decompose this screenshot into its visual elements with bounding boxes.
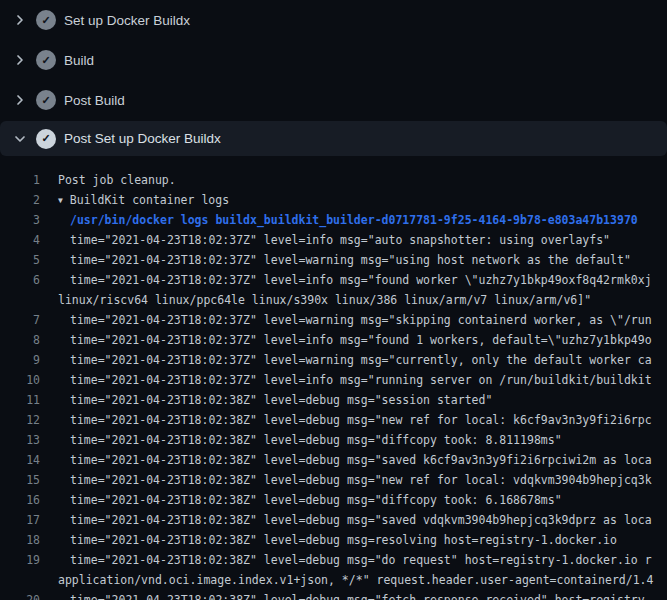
log-row: 6time="2021-04-23T18:02:37Z" level=info … xyxy=(0,270,667,290)
log-row: 4time="2021-04-23T18:02:37Z" level=info … xyxy=(0,230,667,250)
log-command-text: /usr/bin/docker logs buildx_buildkit_bui… xyxy=(70,210,638,230)
log-text: time="2021-04-23T18:02:37Z" level=info m… xyxy=(70,330,652,350)
log-text: time="2021-04-23T18:02:38Z" level=debug … xyxy=(70,490,562,510)
log-row: 5time="2021-04-23T18:02:37Z" level=warni… xyxy=(0,250,667,270)
log-text: time="2021-04-23T18:02:38Z" level=debug … xyxy=(70,430,562,450)
step-label: Build xyxy=(64,53,94,68)
success-check-icon: ✓ xyxy=(36,10,56,30)
line-number[interactable]: 10 xyxy=(0,370,40,390)
log-text: time="2021-04-23T18:02:37Z" level=warnin… xyxy=(70,310,652,330)
step-row-build[interactable]: ✓ Build xyxy=(0,40,667,80)
log-text: linux/riscv64 linux/ppc64le linux/s390x … xyxy=(58,290,591,310)
chevron-down-icon xyxy=(12,131,28,147)
line-number[interactable]: 3 xyxy=(0,210,40,230)
chevron-right-icon xyxy=(12,92,28,108)
line-number[interactable]: 11 xyxy=(0,390,40,410)
step-row-post-setup-docker-buildx[interactable]: ✓ Post Set up Docker Buildx xyxy=(0,121,667,156)
line-number[interactable]: 20 xyxy=(0,590,40,600)
log-row: linux/riscv64 linux/ppc64le linux/s390x … xyxy=(0,290,667,310)
line-number[interactable]: 4 xyxy=(0,230,40,250)
log-text: time="2021-04-23T18:02:38Z" level=debug … xyxy=(70,470,652,490)
log-text: time="2021-04-23T18:02:37Z" level=info m… xyxy=(70,370,652,390)
success-check-icon: ✓ xyxy=(36,129,56,149)
step-row-post-build[interactable]: ✓ Post Build xyxy=(0,80,667,120)
log-row: 13time="2021-04-23T18:02:38Z" level=debu… xyxy=(0,430,667,450)
line-number[interactable]: 5 xyxy=(0,250,40,270)
line-number[interactable]: 12 xyxy=(0,410,40,430)
log-text: time="2021-04-23T18:02:38Z" level=debug … xyxy=(70,530,617,550)
log-row: 8time="2021-04-23T18:02:37Z" level=info … xyxy=(0,330,667,350)
log-text: application/vnd.oci.image.index.v1+json,… xyxy=(58,570,653,590)
line-number[interactable]: 18 xyxy=(0,530,40,550)
success-check-icon: ✓ xyxy=(36,90,56,110)
line-number[interactable]: 16 xyxy=(0,490,40,510)
log-row: 7time="2021-04-23T18:02:37Z" level=warni… xyxy=(0,310,667,330)
line-number[interactable]: 2 xyxy=(0,190,40,210)
log-text: time="2021-04-23T18:02:38Z" level=debug … xyxy=(70,390,492,410)
chevron-right-icon xyxy=(12,52,28,68)
success-check-icon: ✓ xyxy=(36,50,56,70)
disclosure-triangle-icon[interactable]: ▼ xyxy=(58,191,63,210)
line-number[interactable]: 1 xyxy=(0,170,40,190)
log-row: 19time="2021-04-23T18:02:38Z" level=debu… xyxy=(0,550,667,570)
log-row: 14time="2021-04-23T18:02:38Z" level=debu… xyxy=(0,450,667,470)
log-row: 17time="2021-04-23T18:02:38Z" level=debu… xyxy=(0,510,667,530)
log-row: 11time="2021-04-23T18:02:38Z" level=debu… xyxy=(0,390,667,410)
log-row: 18time="2021-04-23T18:02:38Z" level=debu… xyxy=(0,530,667,550)
log-row: 2▼BuildKit container logs xyxy=(0,190,667,210)
line-number[interactable]: 6 xyxy=(0,270,40,290)
line-number[interactable]: 17 xyxy=(0,510,40,530)
step-label: Set up Docker Buildx xyxy=(64,13,190,28)
step-label: Post Build xyxy=(64,93,125,108)
line-number[interactable]: 7 xyxy=(0,310,40,330)
log-row: 9time="2021-04-23T18:02:37Z" level=warni… xyxy=(0,350,667,370)
log-row: 20time="2021-04-23T18:02:38Z" level=debu… xyxy=(0,590,667,600)
log-row: 12time="2021-04-23T18:02:38Z" level=debu… xyxy=(0,410,667,430)
log-row: 3/usr/bin/docker logs buildx_buildkit_bu… xyxy=(0,210,667,230)
step-row-setup-docker-buildx[interactable]: ✓ Set up Docker Buildx xyxy=(0,0,667,40)
line-number[interactable]: 19 xyxy=(0,550,40,570)
log-text: time="2021-04-23T18:02:38Z" level=debug … xyxy=(70,550,652,570)
log-text: time="2021-04-23T18:02:38Z" level=debug … xyxy=(70,410,652,430)
line-number[interactable]: 13 xyxy=(0,430,40,450)
line-number[interactable]: 9 xyxy=(0,350,40,370)
log-row: 10time="2021-04-23T18:02:37Z" level=info… xyxy=(0,370,667,390)
log-row: 16time="2021-04-23T18:02:38Z" level=debu… xyxy=(0,490,667,510)
log-row: 1Post job cleanup. xyxy=(0,170,667,190)
log-text: time="2021-04-23T18:02:37Z" level=warnin… xyxy=(70,250,631,270)
log-row: application/vnd.oci.image.index.v1+json,… xyxy=(0,570,667,590)
line-number[interactable]: 14 xyxy=(0,450,40,470)
line-number[interactable]: 8 xyxy=(0,330,40,350)
log-text: time="2021-04-23T18:02:38Z" level=debug … xyxy=(70,590,652,600)
log-row: 15time="2021-04-23T18:02:38Z" level=debu… xyxy=(0,470,667,490)
log-text: Post job cleanup. xyxy=(58,170,176,190)
actions-log-viewer: ✓ Set up Docker Buildx ✓ Build ✓ Post Bu… xyxy=(0,0,667,600)
log-rows: 1Post job cleanup.2▼BuildKit container l… xyxy=(0,156,667,600)
log-text: time="2021-04-23T18:02:37Z" level=warnin… xyxy=(70,350,652,370)
log-text: time="2021-04-23T18:02:37Z" level=info m… xyxy=(70,230,610,250)
step-label: Post Set up Docker Buildx xyxy=(64,131,221,146)
log-text: ▼BuildKit container logs xyxy=(58,190,229,210)
line-number[interactable]: 15 xyxy=(0,470,40,490)
log-text: time="2021-04-23T18:02:37Z" level=info m… xyxy=(70,270,652,290)
log-text: time="2021-04-23T18:02:38Z" level=debug … xyxy=(70,450,652,470)
chevron-right-icon xyxy=(12,12,28,28)
log-text: time="2021-04-23T18:02:38Z" level=debug … xyxy=(70,510,652,530)
